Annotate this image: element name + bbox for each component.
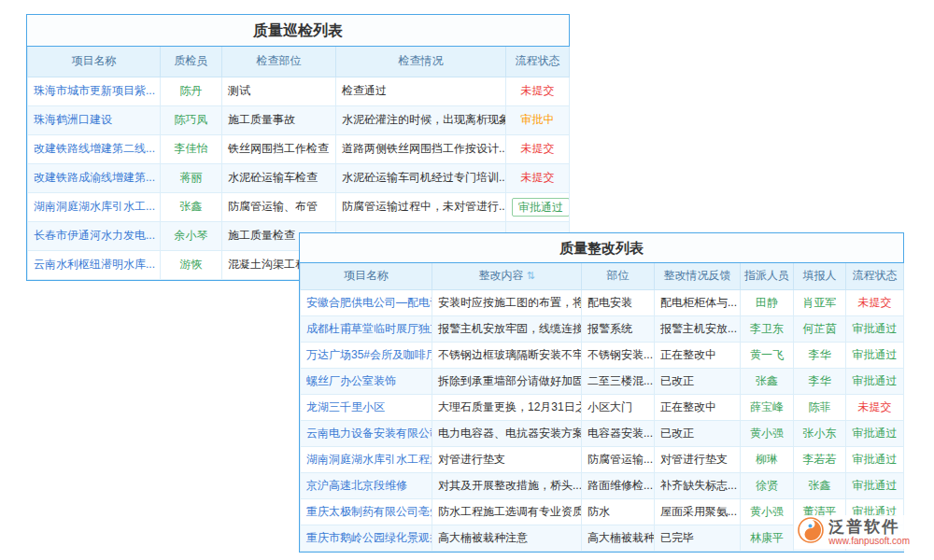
cell-situation: 水泥砼灌注的时候，出现离析现象: [336, 105, 506, 134]
table-row[interactable]: 云南电力设备安装有限公司20...电力电容器、电抗器安装方案,...电容器安装.…: [301, 420, 904, 446]
column-header-assignee[interactable]: 指派人员: [741, 263, 794, 289]
cell-feedback: 对管进行垫支: [655, 446, 741, 472]
cell-name[interactable]: 京沪高速北京段维修: [301, 472, 432, 498]
cell-feedback: 补齐缺失标志...: [655, 472, 741, 498]
table-row[interactable]: 龙湖三千里小区大理石质量更换，12月31日之...小区大门正在整改中薛宝峰陈菲未…: [301, 394, 904, 420]
cell-assignee: 黄小强: [741, 498, 794, 525]
status-badge: 审批通过: [512, 198, 570, 217]
cell-status: 未提交: [846, 394, 904, 420]
table-row[interactable]: 珠海市城市更新项目紫...陈丹测试检查通过未提交: [28, 77, 570, 105]
table-row[interactable]: 成都杜甫草堂临时展厅独立展...报警主机安放牢固，线缆连接...报警系统报警主机…: [301, 315, 904, 342]
cell-feedback: 已完毕: [655, 525, 741, 551]
cell-content: 不锈钢边框玻璃隔断安装不牢...: [432, 342, 582, 368]
cell-feedback: 报警主机安放...: [655, 315, 741, 342]
brand-logo[interactable]: 泛普软件 www.fanpusoft.com: [794, 515, 913, 549]
status-badge: 审批通过: [853, 348, 898, 361]
cell-inspector: 陈巧凤: [161, 105, 222, 134]
cell-name[interactable]: 云南水利枢纽潜明水库...: [28, 250, 161, 279]
cell-name[interactable]: 湖南洞庭湖水库引水工程施工...: [301, 446, 432, 472]
column-header-reporter[interactable]: 填报人: [794, 263, 846, 289]
cell-part: 高大楠被栽种: [582, 525, 655, 551]
cell-name[interactable]: 改建铁路线增建第二线...: [28, 134, 161, 163]
column-header-label: 检查情况: [399, 54, 444, 67]
cell-situation: 防腐管运输过程中，未对管进行...: [336, 192, 506, 221]
cell-part: 电容器安装...: [582, 420, 655, 446]
cell-name[interactable]: 湖南洞庭湖水库引水工...: [28, 192, 161, 221]
status-badge: 未提交: [858, 296, 892, 309]
cell-reporter: 肖亚军: [794, 289, 846, 315]
table-row[interactable]: 珠海鹤洲口建设陈巧凤施工质量事故水泥砼灌注的时候，出现离析现象审批中: [28, 105, 570, 134]
cell-status: 审批通过: [506, 192, 570, 221]
table-row[interactable]: 湖南洞庭湖水库引水工...张鑫防腐管运输、布管防腐管运输过程中，未对管进行...…: [28, 192, 570, 221]
table-row[interactable]: 安徽合肥供电公司—配电设备...安装时应按施工图的布置，将...配电安装配电柜柜…: [301, 289, 904, 315]
cell-feedback: 正在整改中: [655, 394, 741, 420]
cell-reporter: 李华: [794, 368, 846, 394]
cell-name[interactable]: 长春市伊通河水力发电...: [28, 221, 161, 250]
cell-name[interactable]: 重庆太极制药有限公司亳州中...: [301, 498, 432, 525]
cell-status: 未提交: [506, 77, 570, 105]
status-badge: 未提交: [521, 84, 555, 97]
status-badge: 审批中: [521, 113, 555, 126]
cell-part: 二至三楼混...: [582, 368, 655, 394]
cell-reporter: 张鑫: [794, 472, 846, 498]
column-header-feedback[interactable]: 整改情况反馈: [655, 263, 741, 289]
cell-name[interactable]: 云南电力设备安装有限公司20...: [301, 420, 432, 446]
column-header-label: 项目名称: [344, 269, 389, 282]
cell-name[interactable]: 改建铁路成渝线增建第...: [28, 163, 161, 192]
column-header-label: 整改情况反馈: [664, 269, 731, 282]
column-header-name[interactable]: 项目名称: [301, 263, 432, 289]
table-row[interactable]: 改建铁路成渝线增建第...蒋丽水泥砼运输车检查水泥砼运输车司机经过专门培训...…: [28, 163, 570, 192]
cell-name[interactable]: 成都杜甫草堂临时展厅独立展...: [301, 315, 432, 342]
status-badge: 未提交: [858, 400, 892, 413]
cell-assignee: 黄小强: [741, 420, 794, 446]
cell-inspector: 游恢: [161, 250, 222, 279]
cell-part: 报警系统: [582, 315, 655, 342]
cell-assignee: 薛宝峰: [741, 394, 794, 420]
brand-url-link[interactable]: www.fanpusoft.com: [828, 536, 910, 547]
column-header-status[interactable]: 流程状态: [506, 47, 570, 77]
brand-name: 泛普软件: [828, 518, 910, 536]
column-header-content[interactable]: 整改内容⇅: [432, 263, 582, 289]
column-header-part[interactable]: 部位: [582, 263, 655, 289]
cell-part: 施工质量事故: [222, 105, 336, 134]
cell-status: 审批通过: [846, 368, 904, 394]
cell-name[interactable]: 万达广场35#会所及咖啡厅空...: [301, 342, 432, 368]
cell-content: 报警主机安放牢固，线缆连接...: [432, 315, 582, 342]
cell-name[interactable]: 重庆市鹅岭公园绿化景观提升...: [301, 525, 432, 551]
cell-name[interactable]: 珠海市城市更新项目紫...: [28, 77, 161, 105]
cell-name[interactable]: 珠海鹤洲口建设: [28, 105, 161, 134]
cell-assignee: 柳琳: [741, 446, 794, 472]
cell-status: 审批中: [506, 105, 570, 134]
cell-assignee: 徐贤: [741, 472, 794, 498]
rectification-list-title: 质量整改列表: [300, 233, 903, 263]
sort-icon[interactable]: ⇅: [526, 270, 534, 281]
column-header-name[interactable]: 项目名称: [28, 47, 161, 77]
cell-content: 对其及开展整改措施，桥头...: [432, 472, 582, 498]
cell-name[interactable]: 安徽合肥供电公司—配电设备...: [301, 289, 432, 315]
table-row[interactable]: 湖南洞庭湖水库引水工程施工...对管进行垫支防腐管运输...对管进行垫支柳琳李若…: [301, 446, 904, 472]
column-header-label: 整改内容: [478, 269, 523, 282]
cell-content: 对管进行垫支: [432, 446, 582, 472]
column-header-situation[interactable]: 检查情况: [336, 47, 506, 77]
cell-part: 防腐管运输、布管: [222, 192, 336, 221]
cell-status: 审批通过: [846, 446, 904, 472]
table-row[interactable]: 螺丝厂办公室装饰拆除到承重墙部分请做好加固...二至三楼混...已改正张鑫李华审…: [301, 368, 904, 394]
column-header-label: 流程状态: [853, 269, 898, 282]
table-row[interactable]: 改建铁路线增建第二线...李佳怡铁丝网围挡工作检查道路两侧铁丝网围挡工作按设计.…: [28, 134, 570, 163]
cell-name[interactable]: 龙湖三千里小区: [301, 394, 432, 420]
cell-assignee: 田静: [741, 289, 794, 315]
table-row[interactable]: 万达广场35#会所及咖啡厅空...不锈钢边框玻璃隔断安装不牢...不锈钢安装..…: [301, 342, 904, 368]
cell-name[interactable]: 螺丝厂办公室装饰: [301, 368, 432, 394]
cell-content: 安装时应按施工图的布置，将...: [432, 289, 582, 315]
status-badge: 未提交: [521, 171, 555, 184]
cell-part: 测试: [222, 77, 336, 105]
column-header-inspector[interactable]: 质检员: [161, 47, 222, 77]
cell-status: 审批通过: [846, 472, 904, 498]
column-header-status[interactable]: 流程状态: [846, 263, 904, 289]
cell-feedback: 配电柜柜体与...: [655, 289, 741, 315]
cell-reporter: 李若若: [794, 446, 846, 472]
column-header-part[interactable]: 检查部位: [222, 47, 336, 77]
cell-situation: 道路两侧铁丝网围挡工作按设计...: [336, 134, 506, 163]
table-row[interactable]: 京沪高速北京段维修对其及开展整改措施，桥头...路面维修检...补齐缺失标志..…: [301, 472, 904, 498]
cell-situation: 水泥砼运输车司机经过专门培训...: [336, 163, 506, 192]
